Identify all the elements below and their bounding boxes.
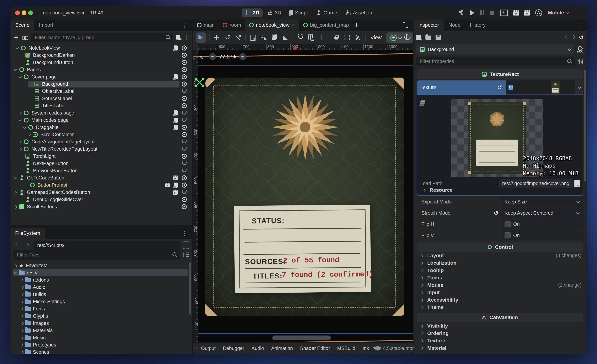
file-row-res-root[interactable]: res:// <box>13 269 190 276</box>
expand-icon[interactable] <box>419 298 425 301</box>
pause-button[interactable] <box>480 10 484 15</box>
revert-icon[interactable] <box>497 84 502 91</box>
expand-icon[interactable] <box>419 325 425 327</box>
section-visibility[interactable]: Visibility <box>417 322 583 330</box>
scene-filter-input[interactable] <box>31 33 173 42</box>
tree-row-backgrounddarken[interactable]: BackgroundDarken <box>10 52 192 59</box>
dock-menu-icon[interactable] <box>182 22 188 28</box>
inspector-scrollbar[interactable] <box>584 70 586 182</box>
file-filter-input[interactable] <box>13 250 180 259</box>
anchor-icon[interactable] <box>403 34 410 41</box>
expand-icon[interactable] <box>17 112 23 114</box>
visibility-on-icon[interactable] <box>181 204 187 210</box>
workspace-script-button[interactable]: Script <box>286 8 311 17</box>
attach-script-button[interactable]: + <box>176 35 180 40</box>
visibility-on-icon[interactable] <box>181 103 187 109</box>
visibility-off-icon[interactable] <box>181 161 187 165</box>
scene-tab-main[interactable]: main <box>193 19 219 31</box>
file-row-prototypes[interactable]: Prototypes <box>13 341 190 349</box>
current-path-field[interactable] <box>34 241 180 250</box>
run-target-dropdown[interactable]: Mobile <box>548 10 569 16</box>
history-forward-button[interactable] <box>24 241 31 249</box>
animation-icon[interactable] <box>165 183 170 187</box>
animation-icon[interactable] <box>173 190 178 195</box>
skeleton-options-button[interactable] <box>354 34 362 41</box>
list-select-button[interactable] <box>249 34 257 41</box>
visibility-off-icon[interactable] <box>181 140 187 144</box>
play-custom-scene-button[interactable] <box>524 10 530 15</box>
chevron-down-icon[interactable] <box>398 36 402 39</box>
tab-filesystem[interactable]: FileSystem <box>10 228 45 239</box>
tree-row-torchlight[interactable]: TorchLight <box>10 153 192 160</box>
inspector-history-icon[interactable] <box>579 34 584 41</box>
visibility-on-icon[interactable] <box>181 52 187 58</box>
bottom-tab-output[interactable]: Output <box>198 345 219 352</box>
script-icon[interactable] <box>174 110 178 115</box>
rotate-mode-button[interactable] <box>224 34 231 41</box>
expand-icon[interactable] <box>19 300 25 303</box>
open-docs-icon[interactable] <box>577 46 584 53</box>
section-focus[interactable]: Focus <box>417 274 583 281</box>
visibility-on-icon[interactable] <box>181 67 187 73</box>
visibility-off-icon[interactable] <box>181 118 187 122</box>
expand-icon[interactable] <box>419 347 425 349</box>
expand-icon[interactable] <box>419 262 425 264</box>
canvasitem-category-header[interactable]: CanvasItem <box>417 313 583 322</box>
scene-tab-big-content-map[interactable]: big_content_map <box>299 19 353 31</box>
tree-row-gotocodebutton[interactable]: GoToCodeButton <box>10 174 192 182</box>
canvas-horizontal-scrollbar[interactable] <box>272 335 331 340</box>
collapse-icon[interactable] <box>13 272 19 274</box>
play-button[interactable] <box>470 10 475 15</box>
expand-icon[interactable] <box>17 141 23 143</box>
history-back-button[interactable] <box>13 241 21 249</box>
workspace-2d-button[interactable]: 2D <box>242 8 263 17</box>
tab-node[interactable]: Node <box>444 19 465 31</box>
section-theme[interactable]: Theme <box>417 303 583 311</box>
visibility-off-icon[interactable] <box>181 147 187 151</box>
tree-row-titleslabel[interactable]: TitlesLabel <box>10 102 192 109</box>
texture-property-value[interactable] <box>506 80 575 95</box>
instance-scene-button[interactable] <box>22 35 28 40</box>
tree-row-draggable[interactable]: Draggable <box>10 124 192 131</box>
visibility-on-icon[interactable] <box>181 182 187 188</box>
script-icon[interactable] <box>174 182 178 188</box>
file-row-flickersettings[interactable]: FlickerSettings <box>13 298 190 305</box>
script-icon[interactable] <box>174 118 178 123</box>
bottom-tab-msbuild[interactable]: MSBuild <box>334 345 358 352</box>
file-row-addons[interactable]: addons <box>13 276 190 284</box>
visibility-on-icon[interactable] <box>181 175 187 181</box>
file-row-glyphs[interactable]: Glyphs <box>13 312 190 320</box>
expand-mode-dropdown[interactable]: Keep Size <box>501 197 583 207</box>
expand-icon[interactable] <box>26 133 32 136</box>
file-row-images[interactable]: Images <box>13 320 190 327</box>
expand-icon[interactable] <box>13 264 19 267</box>
expand-icon[interactable] <box>419 306 425 309</box>
tab-inspector[interactable]: Inspector <box>414 19 444 31</box>
tree-row-buttonprompt[interactable]: ButtonPrompt <box>10 182 192 189</box>
section-localization[interactable]: Localization <box>417 259 583 267</box>
script-icon[interactable] <box>174 46 178 51</box>
property-tools-icon[interactable] <box>578 58 584 64</box>
tree-row-scroll-buttons[interactable]: Scroll Buttons <box>10 203 192 210</box>
visibility-on-icon[interactable] <box>181 153 187 159</box>
move-pivot-button[interactable] <box>260 34 268 41</box>
section-mouse[interactable]: Mouse(1 change) <box>417 281 583 289</box>
2d-viewport[interactable]: 60070080090010001100120013001400 0100200… <box>193 44 413 342</box>
tree-row-scrollcontainer[interactable]: ScrollContainer <box>10 131 192 138</box>
group-selected-button[interactable] <box>344 34 351 41</box>
play-scene-button[interactable] <box>500 10 508 16</box>
view-menu[interactable]: View <box>369 35 383 41</box>
tree-row-previouspagebutton[interactable]: PreviousPageButton <box>10 167 192 174</box>
section-material[interactable]: Material <box>417 344 583 352</box>
filesystem-scrollbar[interactable] <box>189 262 191 315</box>
expand-canvas-icon[interactable] <box>403 22 408 28</box>
tree-row-pages[interactable]: Pages <box>10 66 192 73</box>
expand-icon[interactable] <box>419 284 425 287</box>
scene-tree-menu-icon[interactable] <box>183 34 189 41</box>
resource-section[interactable]: Resource <box>419 186 581 194</box>
close-window-button[interactable] <box>15 10 20 15</box>
animation-icon[interactable] <box>173 175 178 180</box>
inspector-menu-icon[interactable] <box>576 22 582 28</box>
texture-expand-button[interactable] <box>575 80 583 95</box>
smart-snap-button[interactable] <box>296 34 304 41</box>
